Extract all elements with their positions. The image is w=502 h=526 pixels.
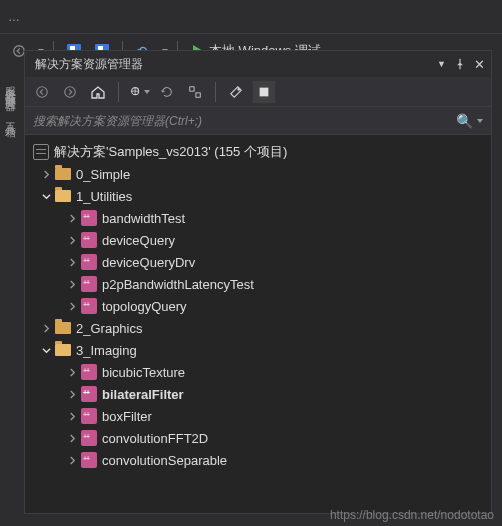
project-node[interactable]: bicubicTexture bbox=[25, 361, 491, 383]
folder-utilities[interactable]: 1_Utilities bbox=[25, 185, 491, 207]
search-icon[interactable]: 🔍 bbox=[456, 113, 473, 129]
folder-label: 2_Graphics bbox=[76, 321, 142, 336]
project-icon bbox=[81, 386, 97, 402]
solution-icon bbox=[33, 144, 49, 160]
expand-icon[interactable] bbox=[65, 365, 79, 379]
caret-icon[interactable] bbox=[477, 119, 483, 123]
project-icon bbox=[81, 408, 97, 424]
collapse-icon[interactable] bbox=[184, 81, 206, 103]
project-icon bbox=[81, 232, 97, 248]
tab-server-explorer[interactable]: 服务器资源管理器 bbox=[0, 68, 20, 104]
close-icon[interactable]: ✕ bbox=[474, 57, 485, 72]
svg-rect-7 bbox=[260, 87, 269, 96]
folder-icon bbox=[55, 166, 71, 182]
folder-graphics[interactable]: 2_Graphics bbox=[25, 317, 491, 339]
project-label: bandwidthTest bbox=[102, 211, 185, 226]
show-all-icon[interactable] bbox=[253, 81, 275, 103]
svg-rect-5 bbox=[196, 92, 200, 96]
divider bbox=[118, 82, 119, 102]
panel-title-text: 解决方案资源管理器 bbox=[35, 56, 143, 73]
project-label: deviceQueryDrv bbox=[102, 255, 195, 270]
project-icon bbox=[81, 298, 97, 314]
expand-icon[interactable] bbox=[39, 167, 53, 181]
expand-icon[interactable] bbox=[65, 387, 79, 401]
search-input[interactable] bbox=[33, 114, 456, 128]
tab-toolbox[interactable]: 工具箱 bbox=[0, 104, 20, 130]
svg-rect-4 bbox=[190, 86, 194, 90]
project-icon bbox=[81, 364, 97, 380]
properties-icon[interactable] bbox=[225, 81, 247, 103]
project-node[interactable]: convolutionSeparable bbox=[25, 449, 491, 471]
project-node[interactable]: deviceQuery bbox=[25, 229, 491, 251]
tree-view[interactable]: 解决方案'Samples_vs2013' (155 个项目) 0_Simple … bbox=[25, 135, 491, 513]
project-node[interactable]: deviceQueryDrv bbox=[25, 251, 491, 273]
pin-icon[interactable] bbox=[454, 58, 466, 70]
forward-icon[interactable] bbox=[59, 81, 81, 103]
expand-icon[interactable] bbox=[65, 233, 79, 247]
solution-node[interactable]: 解决方案'Samples_vs2013' (155 个项目) bbox=[25, 141, 491, 163]
menu-items: … bbox=[8, 10, 20, 24]
project-label: boxFilter bbox=[102, 409, 152, 424]
project-label: deviceQuery bbox=[102, 233, 175, 248]
collapse-icon[interactable] bbox=[39, 343, 53, 357]
project-icon bbox=[81, 430, 97, 446]
back-icon[interactable] bbox=[31, 81, 53, 103]
project-node-active[interactable]: bilateralFilter bbox=[25, 383, 491, 405]
solution-explorer-panel: 解决方案资源管理器 ▼ ✕ 🔍 解决方案'Samples_vs2013' (15… bbox=[24, 50, 492, 514]
project-node[interactable]: bandwidthTest bbox=[25, 207, 491, 229]
dropdown-icon[interactable]: ▼ bbox=[437, 59, 446, 69]
expand-icon[interactable] bbox=[39, 321, 53, 335]
project-label: convolutionSeparable bbox=[102, 453, 227, 468]
expand-icon[interactable] bbox=[65, 409, 79, 423]
project-icon bbox=[81, 254, 97, 270]
project-label: bicubicTexture bbox=[102, 365, 185, 380]
project-node[interactable]: boxFilter bbox=[25, 405, 491, 427]
folder-icon bbox=[55, 320, 71, 336]
project-node[interactable]: topologyQuery bbox=[25, 295, 491, 317]
folder-label: 3_Imaging bbox=[76, 343, 137, 358]
folder-open-icon bbox=[55, 342, 71, 358]
folder-open-icon bbox=[55, 188, 71, 204]
project-icon bbox=[81, 210, 97, 226]
project-label: topologyQuery bbox=[102, 299, 187, 314]
folder-imaging[interactable]: 3_Imaging bbox=[25, 339, 491, 361]
project-label: convolutionFFT2D bbox=[102, 431, 208, 446]
project-icon bbox=[81, 452, 97, 468]
panel-toolbar bbox=[25, 77, 491, 107]
divider bbox=[215, 82, 216, 102]
collapse-icon[interactable] bbox=[39, 189, 53, 203]
svg-point-6 bbox=[237, 88, 240, 91]
folder-simple[interactable]: 0_Simple bbox=[25, 163, 491, 185]
search-row: 🔍 bbox=[25, 107, 491, 135]
folder-label: 0_Simple bbox=[76, 167, 130, 182]
expand-icon[interactable] bbox=[65, 453, 79, 467]
project-node[interactable]: p2pBandwidthLatencyTest bbox=[25, 273, 491, 295]
svg-point-2 bbox=[65, 86, 76, 97]
project-label: bilateralFilter bbox=[102, 387, 184, 402]
svg-point-1 bbox=[37, 86, 48, 97]
project-label: p2pBandwidthLatencyTest bbox=[102, 277, 254, 292]
refresh-icon[interactable] bbox=[156, 81, 178, 103]
expand-icon[interactable] bbox=[65, 211, 79, 225]
home-icon[interactable] bbox=[87, 81, 109, 103]
expand-icon[interactable] bbox=[65, 431, 79, 445]
project-icon bbox=[81, 276, 97, 292]
solution-label: 解决方案'Samples_vs2013' (155 个项目) bbox=[54, 143, 287, 161]
panel-titlebar: 解决方案资源管理器 ▼ ✕ bbox=[25, 51, 491, 77]
expand-icon[interactable] bbox=[65, 299, 79, 313]
expand-icon[interactable] bbox=[65, 277, 79, 291]
folder-label: 1_Utilities bbox=[76, 189, 132, 204]
svg-point-0 bbox=[14, 46, 25, 57]
expand-icon[interactable] bbox=[65, 255, 79, 269]
scope-icon[interactable] bbox=[128, 81, 150, 103]
project-node[interactable]: convolutionFFT2D bbox=[25, 427, 491, 449]
side-tab-strip: 服务器资源管理器 工具箱 bbox=[0, 68, 20, 130]
menu-bar: … bbox=[0, 0, 502, 34]
